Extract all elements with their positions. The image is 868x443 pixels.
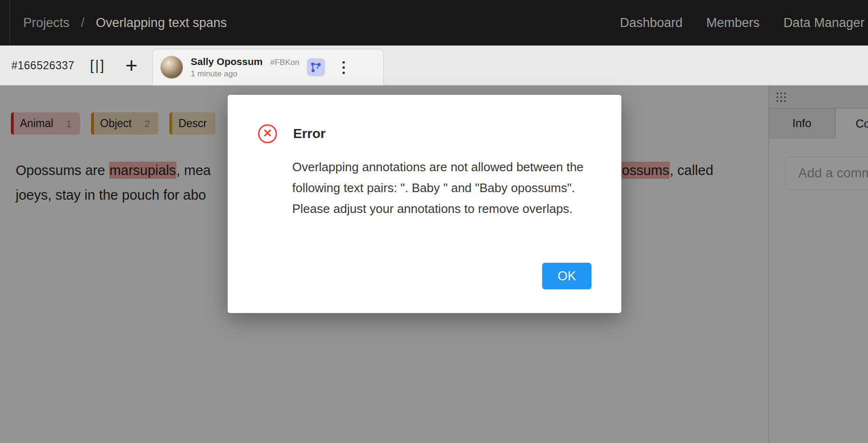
breadcrumb-separator: / [81,16,85,30]
annotations-list-icon[interactable]: [|] [88,56,108,75]
nav-members[interactable]: Members [706,16,760,30]
ok-button[interactable]: OK [542,263,591,289]
user-avatar [160,56,183,79]
error-dialog: ✕ Error Overlapping annotations are not … [228,95,621,313]
error-title: Error [293,126,325,141]
annotation-tab-texts: Sally Opossum #FBKon 1 minute ago [191,56,299,79]
top-nav: Dashboard Members Data Manager [620,0,865,46]
header-left-divider [9,0,10,46]
annotation-toolbar: #166526337 [|] + Sally Opossum #FBKon 1 … [0,46,868,85]
annotation-menu-icon[interactable] [336,57,351,78]
error-message: Overlapping annotations are not allowed … [292,157,603,219]
nav-dashboard[interactable]: Dashboard [620,16,683,30]
annotator-name: Sally Opossum [191,56,263,67]
page-title: Overlapping text spans [96,16,227,30]
breadcrumb-projects-link[interactable]: Projects [23,16,70,30]
annotation-ref: #FBKon [270,58,299,67]
task-id: #166526337 [11,46,74,85]
breadcrumb: Projects / Overlapping text spans [23,16,227,30]
add-annotation-button[interactable]: + [121,52,142,79]
annotation-tab[interactable]: Sally Opossum #FBKon 1 minute ago [152,49,384,85]
top-header: Projects / Overlapping text spans Dashbo… [0,0,868,46]
error-dialog-header: ✕ Error [258,124,325,143]
annotation-timestamp: 1 minute ago [191,69,299,79]
error-circle-x-icon: ✕ [258,124,277,143]
regions-icon[interactable] [307,58,325,76]
nav-data-manager[interactable]: Data Manager [784,16,865,30]
